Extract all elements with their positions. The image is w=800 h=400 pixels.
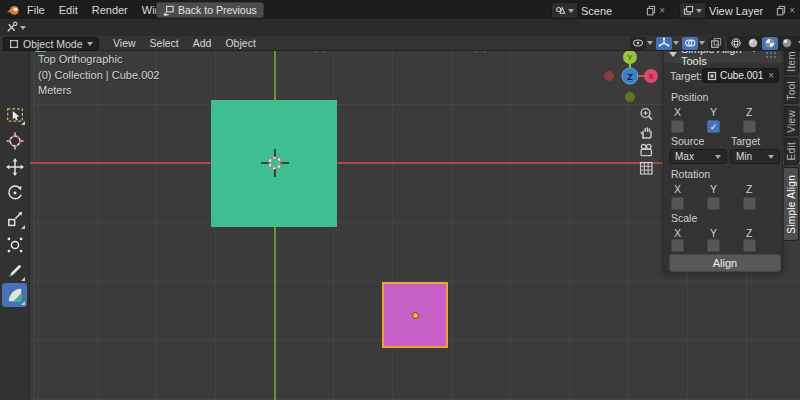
xray-toggle-button[interactable]: [708, 37, 724, 50]
chevron-down-icon[interactable]: [673, 41, 679, 45]
scene-selector: Scene ×: [551, 2, 670, 19]
object-visibility-button[interactable]: [630, 37, 646, 50]
scale-y-checkbox[interactable]: ✓: [707, 239, 720, 252]
units-label: Meters: [38, 83, 159, 99]
topbar: File Edit Render Window Help Back to Pre…: [0, 0, 800, 20]
view-layer-icon: [683, 5, 694, 16]
scene-name-field[interactable]: Scene ×: [577, 3, 669, 18]
view-angle-label: Top Orthographic: [38, 52, 159, 68]
xray-icon: [710, 37, 722, 49]
gizmo-z-label: Z: [627, 72, 633, 82]
navigation-gizmo[interactable]: Y X Z: [598, 46, 662, 110]
camera-view-icon[interactable]: [638, 142, 655, 159]
object-cube-icon: [707, 71, 717, 81]
gizmo-neg-x-ball[interactable]: [604, 71, 614, 81]
pan-hand-icon[interactable]: [638, 124, 655, 141]
new-scene-copy-icon[interactable]: [646, 5, 656, 16]
viewport-overlay-text: Top Orthographic (0) Collection | Cube.0…: [38, 52, 159, 99]
shading-material-preview-button[interactable]: [762, 37, 778, 50]
align-tool-active[interactable]: [2, 283, 27, 307]
rotate-tool[interactable]: [2, 181, 27, 205]
menu-add[interactable]: Add: [186, 37, 219, 49]
rotation-y-checkbox[interactable]: ✓: [707, 197, 720, 210]
back-to-previous-button[interactable]: Back to Previous: [156, 2, 264, 18]
scale-z-checkbox[interactable]: ✓: [743, 239, 756, 252]
view-layer-remove-icon[interactable]: ×: [789, 6, 795, 16]
rotation-x-checkbox[interactable]: ✓: [671, 197, 684, 210]
menu-view[interactable]: View: [106, 37, 143, 49]
shading-wireframe-button[interactable]: [728, 37, 744, 50]
menu-object[interactable]: Object: [218, 37, 262, 49]
scale-x-checkbox[interactable]: ✓: [671, 239, 684, 252]
editor-type-dropdown[interactable]: [5, 21, 26, 34]
zoom-icon[interactable]: [638, 106, 655, 123]
menu-file[interactable]: File: [20, 4, 52, 16]
shading-solid-button[interactable]: [745, 37, 761, 50]
material-preview-sphere-icon: [764, 37, 776, 49]
new-view-layer-copy-icon[interactable]: [776, 5, 786, 16]
sidebar-tab-view[interactable]: View: [784, 106, 799, 136]
align-button[interactable]: Align: [669, 254, 781, 272]
gizmo-neg-y-ball[interactable]: [625, 92, 635, 102]
show-gizmos-button[interactable]: [656, 37, 672, 50]
chevron-down-icon: [20, 26, 26, 30]
3d-cursor[interactable]: [261, 149, 289, 177]
view-layer-name-field[interactable]: View Layer ×: [705, 3, 799, 18]
mode-dropdown[interactable]: Object Mode: [3, 37, 99, 51]
mode-value: Object Mode: [23, 38, 83, 50]
target-clear-icon[interactable]: ×: [768, 71, 774, 81]
transform-icon: [6, 236, 24, 254]
position-z-checkbox[interactable]: ✓: [743, 120, 756, 133]
sidebar-tab-item[interactable]: Item: [784, 48, 799, 75]
rotation-z-checkbox[interactable]: ✓: [743, 197, 756, 210]
scene-browse-button[interactable]: [552, 3, 577, 18]
gizmos-icon: [658, 37, 670, 49]
select-box-tool[interactable]: [2, 103, 27, 127]
move-tool[interactable]: [2, 155, 27, 179]
sidebar-tab-simple-align[interactable]: Simple Align: [784, 167, 799, 241]
scale-section-label: Scale: [671, 212, 697, 224]
annotate-tool[interactable]: [2, 259, 27, 283]
chevron-down-icon[interactable]: [699, 41, 705, 45]
scale-tool[interactable]: [2, 207, 27, 231]
source-mode-value: Max: [675, 151, 694, 162]
target-object-value: Cube.001: [720, 70, 765, 81]
chevron-down-icon: [696, 9, 702, 13]
shading-rendered-button[interactable]: [779, 37, 795, 50]
position-z-label: Z: [746, 106, 752, 118]
scene-unlink-icon[interactable]: ×: [659, 6, 665, 16]
cursor-tool[interactable]: [2, 129, 27, 153]
source-mode-dropdown[interactable]: Max: [669, 149, 727, 164]
rotation-x-label: X: [674, 183, 681, 195]
panel-collapse-icon[interactable]: [669, 52, 677, 57]
position-x-checkbox[interactable]: ✓: [671, 120, 684, 133]
chevron-down-icon[interactable]: [647, 41, 653, 45]
view-layer-browse-button[interactable]: [680, 3, 705, 18]
menu-select[interactable]: Select: [143, 37, 186, 49]
back-button-label: Back to Previous: [178, 4, 257, 16]
menu-edit[interactable]: Edit: [52, 4, 85, 16]
target-mode-dropdown[interactable]: Min: [730, 149, 780, 164]
target-object-field[interactable]: Cube.001 ×: [702, 68, 779, 83]
align-button-label: Align: [713, 257, 737, 269]
menu-render[interactable]: Render: [85, 4, 135, 16]
panel-grip-icon[interactable]: [765, 51, 778, 58]
show-overlays-button[interactable]: [682, 37, 698, 50]
tool-settings-editor-icon: [5, 21, 18, 34]
chevron-down-icon: [715, 155, 721, 159]
sidebar-tab-tool[interactable]: Tool: [784, 77, 799, 104]
back-window-icon: [163, 5, 174, 16]
visibility-eye-icon: [632, 37, 644, 49]
object-origin-dot: [412, 312, 419, 319]
orthographic-grid-icon[interactable]: [638, 160, 655, 177]
viewport-menus: View Select Add Object: [106, 36, 263, 50]
transform-tool[interactable]: [2, 233, 27, 257]
object-cube-pink-selected[interactable]: [382, 282, 448, 348]
cursor-tool-icon: [6, 132, 24, 150]
solid-sphere-icon: [747, 37, 759, 49]
position-y-checkbox[interactable]: ✓: [707, 120, 720, 133]
view-layer-selector: View Layer ×: [679, 2, 800, 19]
sidebar-tab-edit[interactable]: Edit: [784, 138, 799, 165]
shading-mode-group: [727, 36, 800, 51]
viewport-header: Object Mode View Select Add Object: [0, 36, 800, 51]
